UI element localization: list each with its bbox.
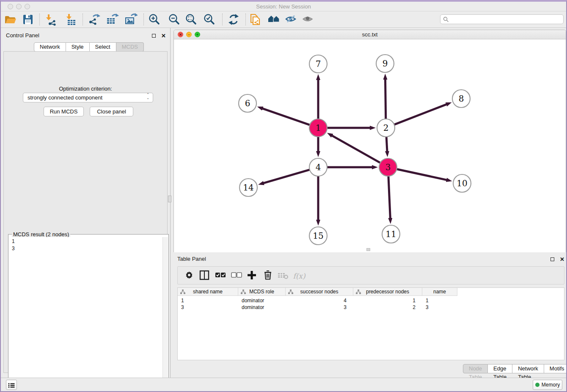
criterion-select[interactable]: strongly connected component ⌃⌄ [23,93,153,102]
column-header-MCDS-role[interactable]: MCDS role [238,288,286,296]
show-column-icon[interactable] [198,270,211,282]
table-cell[interactable]: 3 [286,304,353,311]
graph-node-9[interactable]: 9 [376,55,394,72]
tab-edge-table[interactable]: Edge Table [488,364,512,373]
zoom-selected-icon[interactable] [203,13,216,26]
table-cell[interactable]: dominator [238,304,286,311]
zoom-out-icon[interactable] [168,13,181,26]
application-window: Session: New Session [0,0,567,392]
graph-edge-1-6[interactable] [262,108,310,125]
panel-divider[interactable] [170,28,171,379]
graph-edge-3-10[interactable] [397,169,447,180]
graph-node-4[interactable]: 4 [309,158,327,176]
table-panel-title: Table Panel [177,256,206,262]
run-mcds-button[interactable]: Run MCDS [44,107,84,116]
tab-network[interactable]: Network [34,42,66,52]
graph-node-15[interactable]: 15 [309,227,327,245]
search-input[interactable] [451,15,561,23]
table-cell[interactable]: 3 [422,304,457,311]
mcds-result-list[interactable]: 13 [9,237,162,392]
close-panel-button[interactable]: Close panel [90,107,133,116]
mcds-result-group: MCDS result (2 nodes) 13 [8,234,169,392]
table-cell[interactable]: 1 [178,297,238,304]
graph-edge-2-9[interactable] [385,79,385,119]
window-titlebar: Session: New Session [1,2,566,11]
window-resize-handle[interactable] [366,248,370,251]
table-cell[interactable]: 2 [353,304,422,311]
delete-row-icon[interactable] [261,270,274,282]
add-row-icon[interactable] [245,270,258,282]
svg-text:9: 9 [383,58,388,69]
network-canvas[interactable]: 7968124314101511 [174,39,566,252]
result-scrollbar[interactable] [162,237,168,392]
clone-network-icon[interactable] [248,13,262,26]
status-bar: Memory [1,378,566,391]
tab-motifs[interactable]: Motifs [544,364,567,373]
tab-node-table[interactable]: Node Table [463,364,488,373]
control-panel: Control Panel ✕ Network Style Select MCD… [1,28,170,379]
panel-divider-handle[interactable] [168,196,171,202]
show-all-icon[interactable] [301,13,315,26]
graph-node-11[interactable]: 11 [382,225,400,243]
tab-select[interactable]: Select [90,42,116,52]
table-cell[interactable]: 1 [353,297,422,304]
graph-edge-2-8[interactable] [394,104,447,124]
network-window-titlebar[interactable]: ✕ − + scc.txt [174,30,566,39]
svg-text:4: 4 [316,162,321,172]
graph-edge-3-1[interactable] [332,135,380,163]
import-network-icon[interactable] [44,13,58,26]
function-builder-icon[interactable]: f(x) [293,270,306,282]
export-table-icon[interactable] [105,13,119,26]
open-session-icon[interactable] [3,13,17,26]
column-header-shared-name[interactable]: shared name [178,288,238,296]
close-panel-icon[interactable]: ✕ [161,33,166,39]
graph-node-7[interactable]: 7 [309,55,327,73]
task-history-button[interactable] [6,380,17,390]
graph-node-14[interactable]: 14 [239,179,257,196]
table-cell[interactable]: dominator [238,297,286,304]
graph-node-10[interactable]: 10 [453,174,471,192]
graph-node-3[interactable]: 3 [379,158,397,176]
export-image-icon[interactable] [124,13,138,26]
zoom-fit-icon[interactable] [184,13,198,26]
svg-text:14: 14 [243,182,253,193]
select-all-icon[interactable] [214,270,227,282]
import-table-icon[interactable] [64,13,78,26]
table-cell[interactable]: 3 [178,304,238,311]
table-settings-icon[interactable] [183,270,195,282]
tab-style[interactable]: Style [66,42,90,52]
column-header-name[interactable]: name [422,288,457,296]
table-row[interactable]: 3dominator323 [178,304,457,311]
table-cell[interactable]: 4 [286,297,353,304]
column-header-successor-nodes[interactable]: successor nodes [286,288,353,296]
zoom-in-icon[interactable] [148,13,161,26]
tab-network-table[interactable]: Network Table [512,364,544,373]
table-cell[interactable]: 1 [422,297,457,304]
table-row[interactable]: 1dominator411 [178,297,457,304]
graph-node-2[interactable]: 2 [377,119,395,137]
control-panel-title: Control Panel [6,32,39,39]
refresh-icon[interactable] [227,13,240,26]
svg-text:15: 15 [313,231,323,241]
close-table-panel-icon[interactable]: ✕ [560,256,564,262]
hide-selected-icon[interactable] [284,13,298,26]
graph-node-8[interactable]: 8 [452,90,470,108]
graph-edge-2-3[interactable] [386,137,387,152]
table-tabs: Node Table Edge Table Network Table Moti… [463,364,567,373]
float-panel-icon[interactable] [152,34,156,38]
table-panel: Table Panel ✕ [172,254,567,379]
first-neighbors-icon[interactable] [267,13,281,26]
graph-edge-3-11[interactable] [388,176,390,218]
deselect-all-icon[interactable] [230,270,243,282]
graph-node-1[interactable]: 1 [309,119,327,137]
graph-node-6[interactable]: 6 [239,94,256,112]
memory-button[interactable]: Memory [533,380,562,390]
svg-text:3: 3 [385,162,391,172]
delete-table-icon[interactable] [277,270,289,282]
tab-mcds[interactable]: MCDS [116,42,144,52]
export-network-icon[interactable] [87,13,101,26]
save-session-icon[interactable] [21,13,35,26]
column-header-predecessor-nodes[interactable]: predecessor nodes [353,288,422,296]
graph-edge-4-14[interactable] [264,170,310,183]
float-table-panel-icon[interactable] [550,257,554,261]
